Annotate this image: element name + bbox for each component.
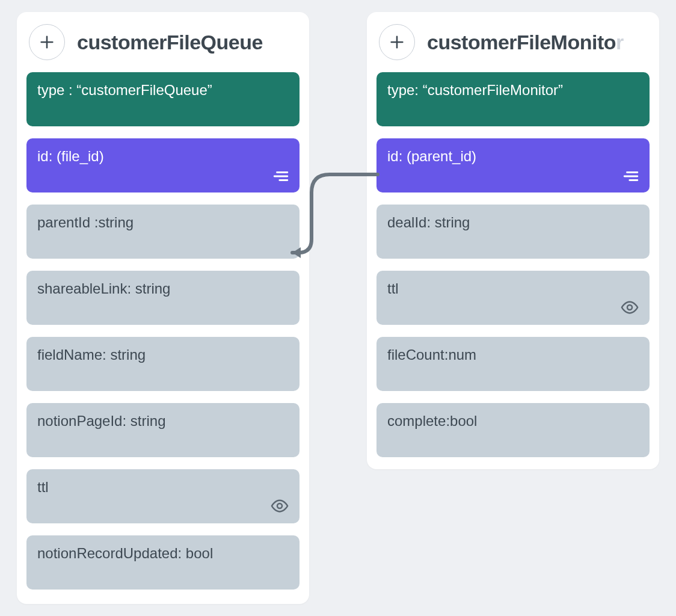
field-attr-ttl[interactable]: ttl [26,469,300,523]
entity-title: customerFileQueue [77,31,263,54]
field-id[interactable]: id: (parent_id) [376,138,650,192]
add-button[interactable] [29,24,65,60]
field-label: notionRecordUpdated: bool [37,545,213,561]
field-attr-filecount[interactable]: fileCount:num [376,337,650,391]
field-id[interactable]: id: (file_id) [26,138,300,192]
eye-icon [271,497,289,515]
entity-title: customerFileMonitor [427,31,624,54]
entity-title-text: customerFileQueue [77,31,263,54]
field-attr-fieldname[interactable]: fieldName: string [26,337,300,391]
align-icon [623,168,639,184]
entity-header: customerFileMonitor [376,24,650,60]
field-label: parentId :string [37,214,134,230]
svg-point-5 [277,504,282,508]
entity-card-customerfilemonitor[interactable]: customerFileMonitor type: “customerFileM… [367,12,659,469]
field-type[interactable]: type: “customerFileMonitor” [376,72,650,126]
field-label: notionPageId: string [37,413,165,429]
field-label: id: (parent_id) [387,148,476,164]
field-label: ttl [387,280,399,297]
field-attr-complete[interactable]: complete:bool [376,403,650,457]
field-type[interactable]: type : “customerFileQueue” [26,72,300,126]
field-label: dealId: string [387,214,470,230]
field-attr-shareablelink[interactable]: shareableLink: string [26,271,300,325]
field-attr-dealid[interactable]: dealId: string [376,205,650,259]
align-icon [273,168,289,184]
field-attr-parentid[interactable]: parentId :string [26,205,300,259]
plus-icon [389,34,405,51]
entity-title-text: customerFileMonito [427,31,616,54]
field-label: type : “customerFileQueue” [37,82,212,98]
field-label: fieldName: string [37,346,146,363]
eye-icon [621,298,639,316]
plus-icon [38,34,55,51]
field-attr-ttl[interactable]: ttl [376,271,650,325]
field-attr-notionrecordupdated[interactable]: notionRecordUpdated: bool [26,535,300,590]
svg-point-11 [627,305,632,310]
field-label: shareableLink: string [37,280,170,297]
field-label: ttl [37,479,49,495]
entity-card-customerfilequeue[interactable]: customerFileQueue type : “customerFileQu… [17,12,309,604]
field-attr-notionpageid[interactable]: notionPageId: string [26,403,300,457]
field-label: fileCount:num [387,346,476,363]
entity-header: customerFileQueue [26,24,300,60]
field-label: id: (file_id) [37,148,104,164]
field-label: complete:bool [387,413,477,429]
entity-title-fade: r [616,31,624,54]
diagram-canvas: customerFileQueue type : “customerFileQu… [0,0,676,616]
add-button[interactable] [379,24,415,60]
field-label: type: “customerFileMonitor” [387,82,563,98]
